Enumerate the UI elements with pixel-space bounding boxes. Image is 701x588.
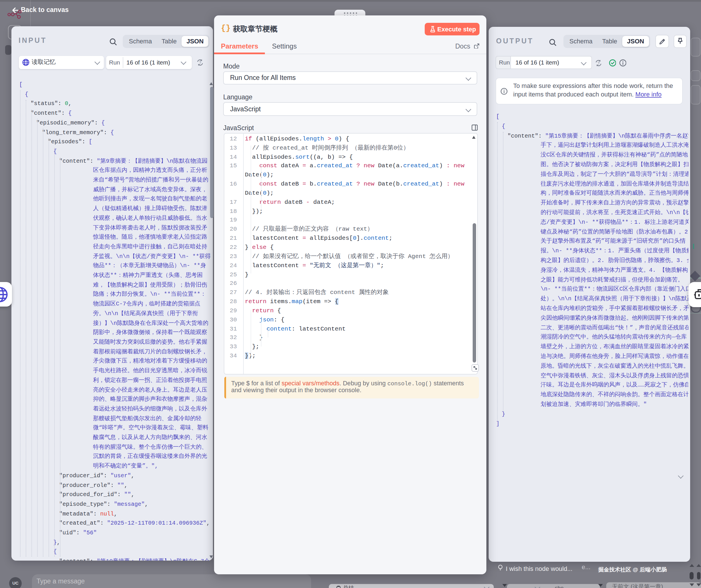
svg-text:?: ? <box>199 61 201 65</box>
svg-text:?: ? <box>598 61 600 65</box>
